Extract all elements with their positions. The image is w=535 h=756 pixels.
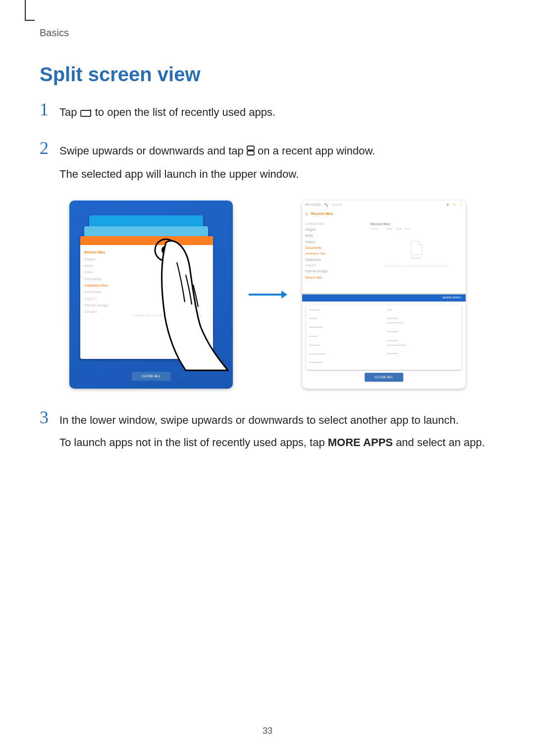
step-text: to open the list of recently used apps. bbox=[95, 106, 275, 118]
sidebar-header-label: Recent files bbox=[84, 249, 131, 256]
back-icon[interactable]: < bbox=[305, 210, 308, 218]
step-extra: The selected app will launch in the uppe… bbox=[59, 165, 375, 183]
title-bar-icon[interactable]: ⬆ bbox=[446, 202, 449, 207]
sort-tab[interactable]: Type bbox=[395, 227, 402, 230]
sidebar-section-label: TABLET bbox=[84, 296, 131, 302]
sidebar-item-label[interactable]: Downloads bbox=[305, 257, 365, 263]
step-body: Tap to open the list of recently used ap… bbox=[59, 101, 275, 127]
sidebar-section-label: CATEGORIES bbox=[305, 221, 365, 227]
step-text: In the lower window, swipe upwards or do… bbox=[59, 411, 485, 429]
more-apps-label: MORE APPS | bbox=[442, 296, 462, 301]
split-screen-icon bbox=[247, 143, 255, 160]
card-header bbox=[80, 236, 213, 245]
step-body: Swipe upwards or downwards and tap on a … bbox=[59, 139, 375, 188]
sort-tab[interactable]: Size bbox=[404, 227, 410, 230]
card-body: ▬▬▬▬ ▬▬▬ ▬▬▬▬▬ ▬▬▬ ▬▬▬▬ ▬▬▬▬▬▬ ▬▬▬▬▬ ▬▬ … bbox=[306, 305, 462, 370]
sidebar-item-label: Installation files bbox=[84, 282, 131, 289]
sidebar-section-label: TABLET bbox=[305, 263, 365, 268]
page-number: 33 bbox=[263, 726, 272, 736]
page-title: Split screen view bbox=[40, 63, 495, 86]
step-number: 2 bbox=[40, 139, 59, 188]
search-label: Search bbox=[331, 202, 342, 207]
sidebar-item-label[interactable]: Images bbox=[305, 227, 365, 233]
app-name-label: MY FILES bbox=[305, 202, 321, 207]
app-title-bar: MY FILES 🔍 Search ⬆ ≡ ⋮ bbox=[302, 201, 466, 209]
main-pane: Recent files Name Date Type Size No file… bbox=[368, 219, 466, 294]
step-text: Swipe upwards or downwards and tap bbox=[59, 145, 244, 157]
svg-rect-3 bbox=[247, 151, 254, 155]
close-all-button[interactable]: CLOSE ALL bbox=[132, 372, 170, 380]
page-corner-mark bbox=[25, 0, 35, 21]
hint-text: Your files that you open or download wil… bbox=[129, 313, 206, 318]
app-header: < Recent files bbox=[302, 209, 466, 219]
figure-tablet-before: Recent files Images Audio Video Document… bbox=[69, 201, 233, 389]
arrow-right-icon bbox=[248, 290, 287, 300]
sidebar-item-label: Internal storage bbox=[84, 302, 131, 308]
step-body: In the lower window, swipe upwards or do… bbox=[59, 408, 485, 456]
recent-app-card[interactable]: ▬▬▬▬ ▬▬▬ ▬▬▬▬▬ ▬▬▬ ▬▬▬▬ ▬▬▬▬▬▬ ▬▬▬▬▬ ▬▬ … bbox=[306, 305, 462, 370]
sidebar-item-label[interactable]: Installation files bbox=[305, 251, 365, 256]
sidebar-item-label: Documents bbox=[84, 276, 131, 282]
step-extra-text: and select an app. bbox=[393, 436, 485, 449]
sidebar-item-label: Audio bbox=[84, 262, 131, 269]
main-header-label: Recent files bbox=[371, 221, 463, 227]
step-extra-text: To launch apps not in the list of recent… bbox=[59, 436, 328, 449]
sidebar-item-label: Video bbox=[84, 269, 131, 275]
step-extra: To launch apps not in the list of recent… bbox=[59, 434, 485, 451]
step-2: 2 Swipe upwards or downwards and tap on … bbox=[40, 139, 495, 188]
lower-window: MORE APPS | ▬▬▬▬ ▬▬▬ ▬▬▬▬▬ ▬▬▬ ▬▬▬▬ ▬▬▬▬ bbox=[302, 295, 466, 389]
title-bar-icon[interactable]: ≡ bbox=[453, 202, 455, 207]
svg-rect-2 bbox=[247, 146, 254, 150]
no-files-label: No files bbox=[371, 256, 463, 261]
document-icon bbox=[411, 241, 423, 255]
more-apps-bar[interactable]: MORE APPS | bbox=[302, 295, 466, 302]
close-all-button[interactable]: CLOSE ALL bbox=[365, 373, 403, 381]
upper-window: MY FILES 🔍 Search ⬆ ≡ ⋮ < Recent files bbox=[302, 201, 466, 295]
recent-apps-icon bbox=[80, 104, 92, 122]
sidebar-item-label[interactable]: Documents bbox=[305, 245, 365, 251]
manual-page: Basics Split screen view 1 Tap to open t… bbox=[0, 0, 535, 756]
title-bar-icon[interactable]: ⋮ bbox=[459, 202, 463, 207]
step-number: 3 bbox=[40, 408, 59, 456]
sidebar-item-label[interactable]: Videos bbox=[305, 239, 365, 245]
figure-tablet-after: MY FILES 🔍 Search ⬆ ≡ ⋮ < Recent files bbox=[302, 201, 466, 389]
app-header-title: Recent files bbox=[311, 211, 333, 217]
step-number: 1 bbox=[40, 101, 59, 127]
step-1: 1 Tap to open the list of recently used … bbox=[40, 101, 495, 127]
sidebar-item-label[interactable]: Internal storage bbox=[305, 268, 365, 274]
step-3: 3 In the lower window, swipe upwards or … bbox=[40, 408, 495, 456]
step-text: on a recent app window. bbox=[258, 145, 375, 157]
more-apps-keyword: MORE APPS bbox=[328, 436, 393, 449]
sidebar-item-label[interactable]: Audio bbox=[305, 233, 365, 239]
sidebar-labels: Recent files Images Audio Video Document… bbox=[84, 249, 131, 315]
hint-text: Your files that you open or download wil… bbox=[371, 264, 463, 268]
step-text: Tap bbox=[59, 106, 77, 118]
sidebar-item-label: Images bbox=[84, 256, 131, 262]
step-list: 1 Tap to open the list of recently used … bbox=[40, 101, 495, 456]
svg-marker-7 bbox=[281, 291, 287, 299]
sort-tab[interactable]: Date bbox=[387, 227, 393, 230]
breadcrumb: Basics bbox=[40, 27, 495, 39]
document-icon bbox=[183, 295, 196, 309]
svg-rect-0 bbox=[81, 110, 91, 116]
sidebar-item-label[interactable]: Recent files bbox=[305, 275, 365, 281]
sidebar: CATEGORIES Images Audio Videos Documents… bbox=[302, 219, 368, 294]
sidebar-item-label: SD card bbox=[84, 308, 131, 315]
sidebar-item-label: Downloads bbox=[84, 289, 131, 295]
figure-row: Recent files Images Audio Video Document… bbox=[40, 201, 495, 389]
sort-tab[interactable]: Name bbox=[371, 227, 378, 230]
